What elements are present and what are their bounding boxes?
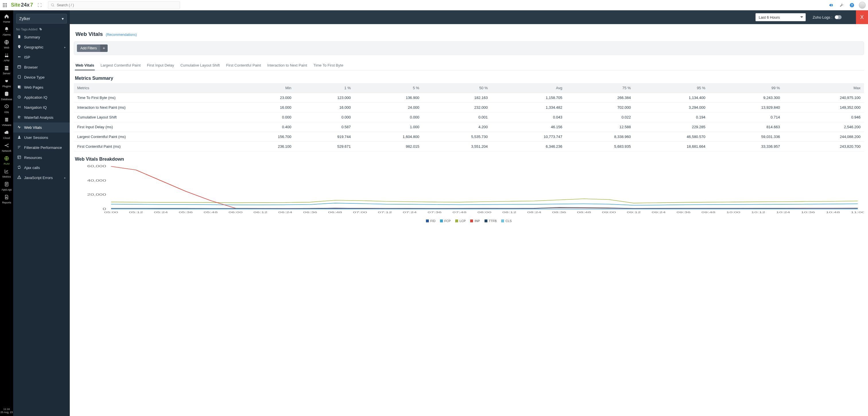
svg-point-23 xyxy=(8,146,9,147)
svg-rect-29 xyxy=(18,65,21,68)
apps-grid-icon[interactable] xyxy=(2,3,7,8)
tab-cumulative-layout-shift[interactable]: Cumulative Layout Shift xyxy=(180,61,220,70)
tab-web-vitals[interactable]: Web Vitals xyxy=(75,61,95,70)
sidebar-item-navigation-iq[interactable]: Navigation IQ xyxy=(13,102,70,113)
nav-rail: HomeAlarmsWebAPMServerPluginsDatabaseK8s… xyxy=(0,10,13,416)
svg-text:05:12: 05:12 xyxy=(129,211,143,214)
avatar[interactable] xyxy=(859,2,866,9)
chevron-right-icon: ▸ xyxy=(64,45,66,49)
sidebar-item-web-pages[interactable]: Web Pages xyxy=(13,82,70,92)
sidebar-item-javascript-errors[interactable]: JavaScript Errors▸ xyxy=(13,173,70,183)
rail-reports[interactable]: Reports xyxy=(0,193,13,206)
rail-server[interactable]: Server xyxy=(0,64,13,76)
table-row: Cumulative Layout Shift0.0000.0000.0000.… xyxy=(74,113,864,122)
add-filters-button[interactable]: Add Filters xyxy=(77,44,100,52)
svg-rect-8 xyxy=(6,6,7,7)
sidebar-item-filterable-performance[interactable]: Filterable Performance xyxy=(13,142,70,153)
svg-text:60,000: 60,000 xyxy=(87,165,106,168)
rail-web[interactable]: Web xyxy=(0,38,13,51)
svg-rect-2 xyxy=(6,3,7,4)
sidebar-item-geographic[interactable]: Geographic▸ xyxy=(13,42,70,52)
sidebar-item-label: Geographic xyxy=(24,45,43,49)
topbar: Site24x7 ⛶ ? xyxy=(0,0,868,10)
stack-icon xyxy=(4,117,9,123)
svg-text:10:24: 10:24 xyxy=(776,211,790,214)
rail-network[interactable]: Network xyxy=(0,141,13,154)
svg-rect-6 xyxy=(3,6,4,7)
svg-text:05:24: 05:24 xyxy=(154,211,168,214)
sidebar-item-resources[interactable]: Resources xyxy=(13,153,70,163)
rail-applogs[interactable]: AppLogs xyxy=(0,180,13,193)
sidebar-item-isp[interactable]: ISP xyxy=(13,52,70,62)
cloud-icon xyxy=(4,130,9,136)
help-icon[interactable]: ? xyxy=(848,2,856,9)
svg-text:08:24: 08:24 xyxy=(527,211,541,214)
sidebar-item-label: Navigation IQ xyxy=(24,105,47,109)
legend-item[interactable]: TTFB xyxy=(485,219,497,223)
rail-metrics[interactable]: Metrics xyxy=(0,167,13,180)
rail-cloud[interactable]: Cloud xyxy=(0,128,13,141)
tab-first-input-delay[interactable]: First Input Delay xyxy=(146,61,175,70)
announce-icon[interactable] xyxy=(828,2,835,9)
rail-database[interactable]: Database xyxy=(0,90,13,102)
svg-text:07:12: 07:12 xyxy=(378,211,392,214)
tab-interaction-to-next-paint[interactable]: Interaction to Next Paint xyxy=(267,61,308,70)
sidebar-item-ajax-calls[interactable]: Ajax calls xyxy=(13,163,70,173)
rail-k8s[interactable]: K8s xyxy=(0,102,13,115)
search-input[interactable] xyxy=(48,1,180,9)
sidebar-item-application-iq[interactable]: Application IQ xyxy=(13,92,70,102)
app-selector-value: Zylker xyxy=(19,17,30,21)
time-range-select[interactable]: Last 6 Hours xyxy=(755,13,806,21)
isp-icon xyxy=(17,55,21,60)
sidebar-item-label: Summary xyxy=(24,35,40,39)
app-selector[interactable]: Zylker ▾ xyxy=(16,14,67,24)
tab-largest-contentful-paint[interactable]: Largest Contentful Paint xyxy=(100,61,141,70)
sidebar-item-label: Filterable Performance xyxy=(24,146,62,150)
legend-item[interactable]: FCP xyxy=(440,219,451,223)
sidebar-item-waterfall-analysis[interactable]: Waterfall Analysis xyxy=(13,113,70,123)
recommendations-link[interactable]: (Recommendations) xyxy=(105,33,136,37)
sidebar: Zylker ▾ No Tags Added SummaryGeographic… xyxy=(13,10,70,416)
tab-time-to-first-byte[interactable]: Time To First Byte xyxy=(313,61,344,70)
logs-switch[interactable] xyxy=(835,15,842,19)
sidebar-item-web-vitals[interactable]: Web Vitals xyxy=(13,123,70,132)
close-button[interactable]: X xyxy=(856,10,868,24)
globe-icon xyxy=(4,156,9,162)
brand-logo[interactable]: Site24x7 xyxy=(11,2,33,8)
tags-row[interactable]: No Tags Added xyxy=(13,25,70,32)
add-filters-plus-button[interactable]: ＋ xyxy=(100,44,107,52)
svg-rect-1 xyxy=(5,3,5,4)
svg-rect-20 xyxy=(5,121,8,121)
svg-text:10:12: 10:12 xyxy=(751,211,765,214)
tab-first-contentful-paint[interactable]: First Contentful Paint xyxy=(226,61,261,70)
svg-text:11:00: 11:00 xyxy=(851,211,864,214)
rail-vmware[interactable]: VMware xyxy=(0,115,13,128)
legend-item[interactable]: CLS xyxy=(501,219,512,223)
svg-point-34 xyxy=(19,136,20,137)
svg-text:05:48: 05:48 xyxy=(204,211,218,214)
sidebar-item-user-sessions[interactable]: User Sessions xyxy=(13,132,70,142)
svg-text:07:00: 07:00 xyxy=(353,211,367,214)
sidebar-item-summary[interactable]: Summary xyxy=(13,32,70,42)
expand-icon[interactable]: ⛶ xyxy=(38,3,42,7)
rail-apm[interactable]: APM xyxy=(0,51,13,64)
legend-item[interactable]: LCP xyxy=(455,219,466,223)
rail-plugins[interactable]: Plugins xyxy=(0,76,13,90)
legend-item[interactable]: FID xyxy=(426,219,435,223)
sidebar-item-label: Resources xyxy=(24,156,42,160)
sidebar-item-device-type[interactable]: Device Type xyxy=(13,72,70,82)
wrench-icon[interactable] xyxy=(838,2,845,9)
svg-text:10:36: 10:36 xyxy=(801,211,815,214)
svg-text:06:24: 06:24 xyxy=(278,211,292,214)
rail-home[interactable]: Home xyxy=(0,12,13,25)
sidebar-item-browser[interactable]: Browser xyxy=(13,62,70,72)
filter-icon xyxy=(17,145,21,150)
rail-rum[interactable]: RUM xyxy=(0,154,13,167)
rail-alarms[interactable]: Alarms xyxy=(0,25,13,38)
col-header: 5 % xyxy=(354,83,423,93)
svg-text:06:00: 06:00 xyxy=(228,211,243,214)
svg-rect-30 xyxy=(18,75,20,78)
legend-item[interactable]: INP xyxy=(470,219,479,223)
sidebar-item-label: User Sessions xyxy=(24,135,48,140)
svg-rect-13 xyxy=(5,66,8,67)
